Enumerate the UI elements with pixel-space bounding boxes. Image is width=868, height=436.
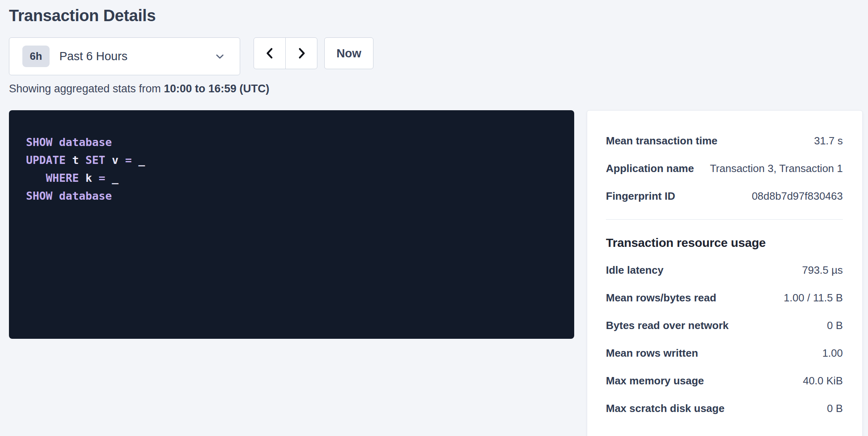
- now-button[interactable]: Now: [324, 37, 373, 69]
- time-range-nav: [254, 37, 317, 69]
- stat-value: 08d8b7d97f830463: [752, 190, 843, 203]
- sql-token: SHOW: [26, 190, 52, 202]
- sql-token: =: [99, 172, 105, 184]
- stat-value: 793.5 µs: [802, 264, 843, 277]
- sql-line: SHOW database: [26, 133, 562, 151]
- chevron-left-icon: [263, 46, 277, 60]
- stat-label: Mean rows/bytes read: [606, 292, 716, 304]
- aggregation-range-value: 10:00 to 16:59 (UTC): [164, 83, 269, 95]
- stat-row: Application nameTransaction 3, Transacti…: [606, 155, 843, 182]
- stat-label: Application name: [606, 162, 694, 175]
- chevron-right-icon: [295, 46, 308, 60]
- stat-label: Mean rows written: [606, 347, 698, 360]
- sql-line: UPDATE t SET v = _: [26, 151, 562, 169]
- sql-token: WHERE: [46, 172, 79, 184]
- stat-row: Fingerprint ID08d8b7d97f830463: [606, 182, 843, 210]
- sql-token: UPDATE: [26, 154, 66, 166]
- resource-usage-heading: Transaction resource usage: [606, 236, 843, 250]
- stat-row: Mean transaction time31.7 s: [606, 127, 843, 155]
- stat-label: Max memory usage: [606, 375, 704, 387]
- stat-value: 40.0 KiB: [803, 375, 843, 387]
- sql-token: database: [59, 136, 112, 148]
- sql-token: database: [59, 190, 112, 202]
- sql-line: WHERE k = _: [26, 169, 562, 187]
- sql-token: t: [66, 154, 86, 166]
- card-divider: [606, 219, 843, 220]
- sql-token: v: [105, 154, 125, 166]
- prev-range-button[interactable]: [254, 37, 286, 69]
- page-title: Transaction Details: [9, 6, 863, 25]
- stat-value: 0 B: [827, 402, 843, 415]
- stat-label: Fingerprint ID: [606, 190, 675, 203]
- sql-token: SET: [85, 154, 105, 166]
- stat-row: Mean rows/bytes read1.00 / 11.5 B: [606, 284, 843, 312]
- sql-token: [26, 172, 46, 184]
- next-range-button[interactable]: [285, 37, 317, 69]
- stat-row: Idle latency793.5 µs: [606, 256, 843, 284]
- time-range-dropdown[interactable]: 6h Past 6 Hours: [9, 37, 240, 75]
- stat-row: Bytes read over network0 B: [606, 312, 843, 339]
- time-range-badge: 6h: [22, 46, 50, 67]
- chevron-down-icon: [214, 50, 226, 63]
- stat-value: 1.00: [822, 347, 843, 360]
- time-controls: 6h Past 6 Hours Now: [9, 37, 863, 75]
- sql-token: [52, 136, 59, 148]
- stat-value: 31.7 s: [814, 135, 843, 147]
- main-content: SHOW databaseUPDATE t SET v = _ WHERE k …: [9, 110, 863, 436]
- stat-row: Max memory usage40.0 KiB: [606, 367, 843, 395]
- sql-statement-box: SHOW databaseUPDATE t SET v = _ WHERE k …: [9, 110, 574, 339]
- transaction-summary-card: Mean transaction time31.7 sApplication n…: [587, 110, 863, 436]
- sql-token: _: [132, 154, 145, 166]
- summary-rows: Mean transaction time31.7 sApplication n…: [606, 127, 843, 210]
- sql-token: =: [125, 154, 132, 166]
- sql-token: [52, 190, 59, 202]
- aggregation-range-text: Showing aggregated stats from 10:00 to 1…: [9, 82, 863, 95]
- usage-rows: Idle latency793.5 µsMean rows/bytes read…: [606, 256, 843, 422]
- stat-value: 1.00 / 11.5 B: [783, 292, 843, 304]
- stat-row: Mean rows written1.00: [606, 339, 843, 367]
- stat-row: Max scratch disk usage0 B: [606, 395, 843, 422]
- stat-value: Transaction 3, Transaction 1: [710, 162, 843, 175]
- sql-line: SHOW database: [26, 187, 562, 205]
- sql-token: _: [105, 172, 119, 184]
- sql-token: k: [79, 172, 99, 184]
- stat-value: 0 B: [827, 319, 843, 332]
- stat-label: Idle latency: [606, 264, 664, 277]
- transaction-details-page: Transaction Details 6h Past 6 Hours Now: [0, 0, 868, 436]
- stat-label: Max scratch disk usage: [606, 402, 725, 415]
- stat-label: Mean transaction time: [606, 135, 718, 147]
- aggregation-range-prefix: Showing aggregated stats from: [9, 83, 164, 95]
- stat-label: Bytes read over network: [606, 319, 729, 332]
- sql-token: SHOW: [26, 136, 52, 148]
- time-range-label: Past 6 Hours: [59, 50, 128, 63]
